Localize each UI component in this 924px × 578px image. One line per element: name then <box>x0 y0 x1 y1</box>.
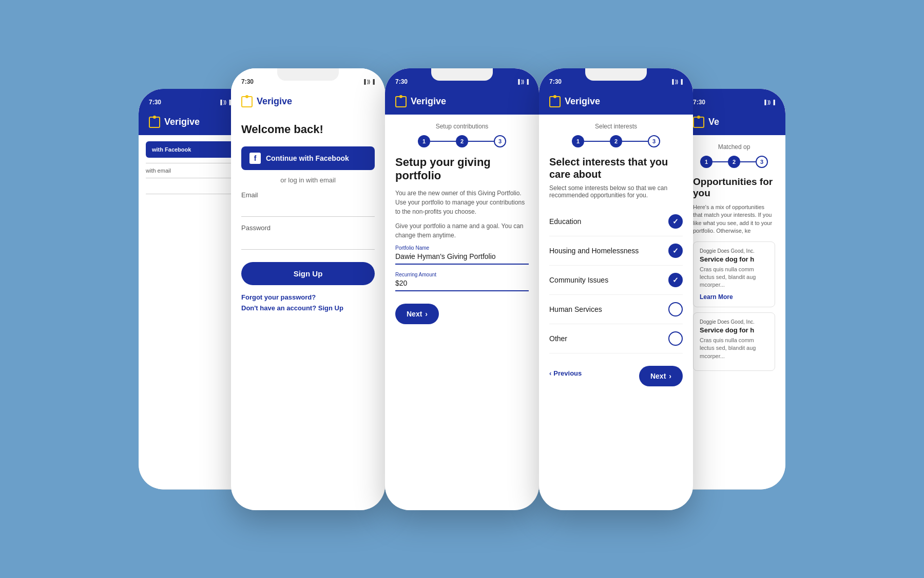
nav-buttons-4: ‹ Previous Next › <box>549 353 683 386</box>
logo-icon-2 <box>241 96 253 107</box>
check-other[interactable] <box>668 331 683 346</box>
app-header-4: Verigive <box>539 91 693 115</box>
check-human-services[interactable] <box>668 302 683 316</box>
step-line-1-5 <box>713 161 728 162</box>
app-header-2: Verigive <box>231 91 385 115</box>
opp-org-1: Doggie Does Good, Inc. <box>700 248 768 254</box>
status-icons-2: ▐ )) ▐ <box>362 79 375 84</box>
phone-5: 7:30 ▐ )) ▐ Ve Matched op 1 2 3 Opportun… <box>683 89 785 490</box>
status-bar-1: 7:30 ▐ )) ▐ <box>139 89 241 111</box>
setup-desc-2: Give your portfolio a name and a goal. Y… <box>395 221 529 240</box>
opp-desc-2: Cras quis nulla comm lectus sed, blandit… <box>700 337 768 360</box>
check-community[interactable] <box>668 273 683 287</box>
opp-title-1: Service dog for h <box>700 255 768 263</box>
interest-housing[interactable]: Housing and Homelessness <box>549 236 683 266</box>
step-2-circle: 2 <box>456 135 468 147</box>
step-line-2 <box>468 141 494 142</box>
portfolio-name-label: Portfolio Name <box>395 245 529 251</box>
opps-screen: Matched op 1 2 3 Opportunities for you H… <box>683 135 785 385</box>
phone-3: 7:30 ▐ )) ▐ Verigive Setup contributions… <box>385 68 539 510</box>
password-label: Password <box>241 224 375 232</box>
opp-org-2: Doggie Does Good, Inc. <box>700 319 768 325</box>
app-name-3: Verigive <box>411 96 446 107</box>
login-screen: Welcome back! f Continue with Facebook o… <box>231 115 385 320</box>
interests-screen: Select interests 1 2 3 Select interests … <box>539 115 693 395</box>
logo-icon-4 <box>549 96 561 107</box>
interests-desc: Select some interests below so that we c… <box>549 184 683 199</box>
prev-label: Previous <box>553 369 582 377</box>
phone-2: 7:30 ▐ )) ▐ Verigive Welcome back! f Con… <box>231 68 385 510</box>
fb-button-label: Continue with Facebook <box>266 154 349 162</box>
interest-name-education: Education <box>549 217 581 226</box>
logo-icon-5 <box>693 117 704 128</box>
welcome-title: Welcome back! <box>241 123 375 136</box>
amount-label: Recurring Amount <box>395 272 529 277</box>
amount-value[interactable]: $20 <box>395 279 529 291</box>
notch-3 <box>431 68 493 81</box>
progress-label-5: Matched op <box>693 143 775 151</box>
learn-more-1[interactable]: Learn More <box>700 293 768 301</box>
step-1-circle: 1 <box>418 135 430 147</box>
prev-button-4[interactable]: ‹ Previous <box>549 369 582 377</box>
opps-desc: Here's a mix of opportunities that match… <box>693 203 775 235</box>
check-education[interactable] <box>668 214 683 229</box>
scene: 7:30 ▐ )) ▐ Verigive with Facebook with … <box>0 0 924 578</box>
portfolio-name-value[interactable]: Dawie Hyman's Giving Portfolio <box>395 252 529 265</box>
partial-email-label: with email <box>146 167 234 174</box>
app-name-2: Verigive <box>257 96 292 107</box>
interest-name-human-services: Human Services <box>549 305 602 313</box>
chevron-left-icon: ‹ <box>549 369 551 377</box>
phone-4: 7:30 ▐ )) ▐ Verigive Select interests 1 … <box>539 68 693 510</box>
step-2-5: 2 <box>728 156 740 168</box>
interest-other[interactable]: Other <box>549 324 683 353</box>
setup-desc-1: You are the new owner of this Giving Por… <box>395 189 529 216</box>
interest-community[interactable]: Community Issues <box>549 266 683 295</box>
step-line-1-4 <box>584 141 610 142</box>
step-1-4: 1 <box>572 135 584 147</box>
step-1-5: 1 <box>700 156 713 168</box>
notch-4 <box>585 68 647 81</box>
status-icons-1: ▐ )) ▐ <box>219 100 231 105</box>
status-icons-5: ▐ )) ▐ <box>763 100 775 105</box>
no-account-text: Don't have an account? Sign Up <box>241 304 375 312</box>
setup-screen: Setup contributions 1 2 3 Setup your giv… <box>385 115 539 333</box>
check-housing[interactable] <box>668 244 683 258</box>
step-3-circle: 3 <box>494 135 506 147</box>
app-header-3: Verigive <box>385 91 539 115</box>
interest-name-other: Other <box>549 334 567 343</box>
step-3-5: 3 <box>756 156 768 168</box>
partial-fb-btn[interactable]: with Facebook <box>146 141 234 158</box>
progress-bar-3: 1 2 3 <box>395 132 529 147</box>
progress-label-4: Select interests <box>549 123 683 130</box>
sign-up-button[interactable]: Sign Up <box>241 262 375 285</box>
status-time-5: 7:30 <box>693 99 705 106</box>
status-time-2: 7:30 <box>241 78 254 85</box>
opp-title-2: Service dog for h <box>700 326 768 334</box>
setup-title: Setup your giving portfolio <box>395 156 529 183</box>
app-header-1: Verigive <box>139 111 241 135</box>
next-button-4[interactable]: Next › <box>639 366 683 386</box>
progress-label-3: Setup contributions <box>395 123 529 130</box>
interest-education[interactable]: Education <box>549 207 683 236</box>
status-icons-3: ▐ )) ▐ <box>516 79 529 84</box>
app-name-4: Verigive <box>565 96 600 107</box>
interest-name-housing: Housing and Homelessness <box>549 247 639 255</box>
status-time-4: 7:30 <box>549 78 562 85</box>
chevron-right-icon-4: › <box>669 372 671 380</box>
password-input[interactable] <box>241 233 375 250</box>
opps-title: Opportunities for you <box>693 176 775 200</box>
next-button-3[interactable]: Next › <box>395 304 439 324</box>
interest-human-services[interactable]: Human Services <box>549 295 683 324</box>
status-icons-4: ▐ )) ▐ <box>670 79 683 84</box>
status-time-1: 7:30 <box>149 99 161 106</box>
step-line-2-4 <box>622 141 648 142</box>
chevron-right-icon: › <box>425 310 428 318</box>
facebook-icon: f <box>249 153 261 164</box>
step-line-2-5 <box>740 161 756 162</box>
sign-up-link[interactable]: Sign Up <box>318 304 343 312</box>
logo-icon-3 <box>395 96 407 107</box>
status-bar-5: 7:30 ▐ )) ▐ <box>683 89 785 111</box>
email-input[interactable] <box>241 200 375 217</box>
fb-login-button[interactable]: f Continue with Facebook <box>241 146 375 170</box>
forgot-password-link[interactable]: Forgot your password? <box>241 293 375 301</box>
